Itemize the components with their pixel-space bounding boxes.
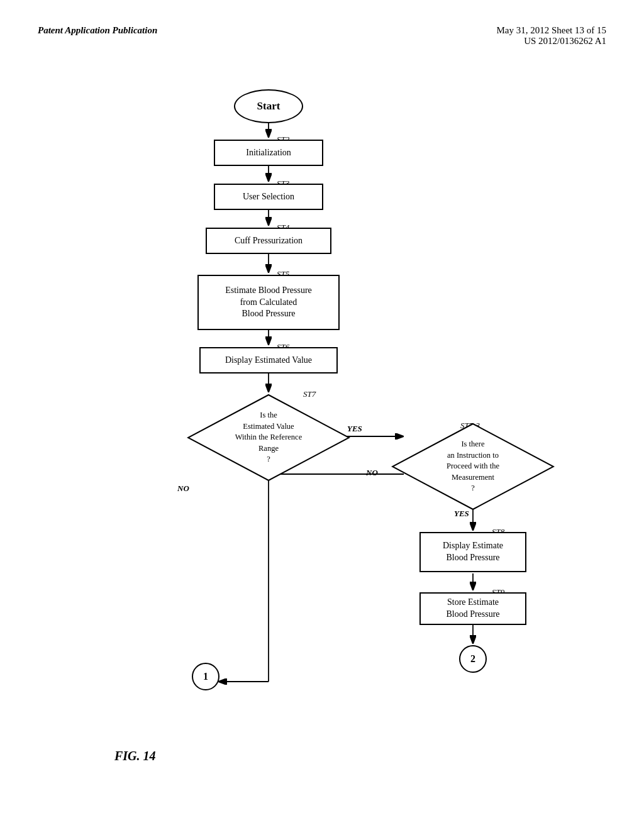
st8-node: Display Estimate Blood Pressure — [419, 532, 526, 572]
date-sheet: May 31, 2012 Sheet 13 of 15 — [496, 25, 606, 36]
publication-label: Patent Application Publication — [38, 25, 157, 36]
page: Patent Application Publication May 31, 2… — [0, 0, 644, 830]
st6-node: Display Estimated Value — [199, 347, 338, 374]
fig-label: FIG. 14 — [114, 749, 156, 763]
st9-node: Store Estimate Blood Pressure — [419, 592, 526, 625]
st7-3-diamond-wrap: Is there an Instruction to Proceed with … — [391, 423, 555, 511]
patent-number: US 2012/0136262 A1 — [496, 36, 606, 47]
st4-node: Cuff Pressurization — [206, 228, 331, 254]
st5-node: Estimate Blood Pressure from Calculated … — [197, 275, 340, 330]
st7-text: Is the Estimated Value Within the Refere… — [187, 394, 350, 482]
st7-3-no-label: NO — [366, 468, 378, 478]
flowchart: Start ST2 Initialization ST3 User Select… — [102, 72, 542, 801]
terminal-2: 2 — [459, 645, 487, 673]
terminal-1: 1 — [192, 663, 219, 690]
start-node: Start — [234, 89, 303, 123]
st2-node: Initialization — [214, 140, 323, 166]
header-right: May 31, 2012 Sheet 13 of 15 US 2012/0136… — [496, 25, 606, 47]
st3-node: User Selection — [214, 184, 323, 210]
st7-diamond-wrap: Is the Estimated Value Within the Refere… — [187, 394, 350, 482]
st7-3-text: Is there an Instruction to Proceed with … — [391, 423, 555, 511]
header: Patent Application Publication May 31, 2… — [0, 0, 644, 47]
st7-no-label: NO — [177, 484, 189, 494]
